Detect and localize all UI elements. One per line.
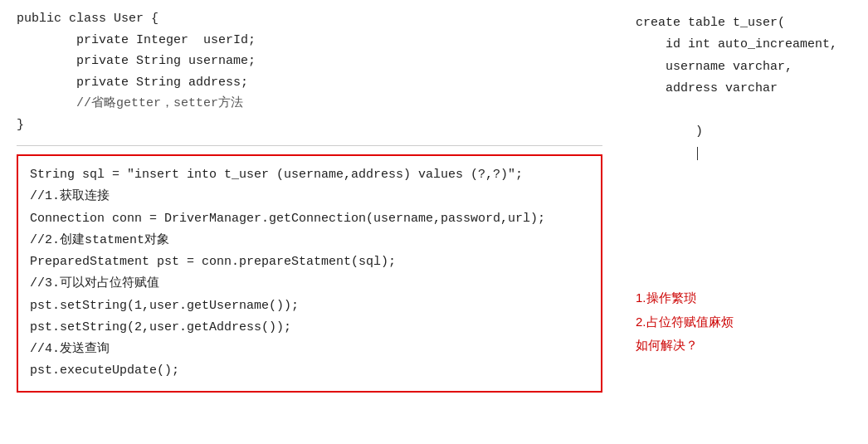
db-line-4: address varchar — [636, 78, 851, 100]
db-line-5: ) — [636, 100, 851, 187]
db-line-3: username varchar, — [636, 56, 851, 78]
code-line-4: private String address; — [17, 72, 602, 94]
highlighted-code-block: String sql = "insert into t_user (userna… — [17, 154, 602, 393]
code-line-2: private Integer userId; — [17, 30, 602, 51]
hl-line-2: //1.获取连接 — [30, 186, 589, 207]
note-line-2: 2.占位符赋值麻烦 — [636, 310, 851, 334]
hl-line-3: Connection conn = DriverManager.getConne… — [30, 208, 589, 230]
text-cursor — [697, 147, 698, 160]
code-line-3: private String username; — [17, 51, 602, 72]
right-panel: create table t_user( id int auto_incream… — [602, 8, 851, 436]
left-panel: public class User { private Integer user… — [17, 8, 602, 436]
code-line-1: public class User { — [17, 8, 602, 30]
db-line-2: id int auto_increament, — [636, 34, 851, 56]
note-line-3: 如何解决？ — [636, 334, 851, 358]
code-line-6: } — [17, 115, 602, 136]
hl-line-7: pst.setString(1,user.getUsername()); — [30, 295, 589, 317]
hl-line-9: //4.发送查询 — [30, 339, 589, 360]
hl-line-1: String sql = "insert into t_user (userna… — [30, 164, 589, 186]
note-line-1: 1.操作繁琐 — [636, 286, 851, 310]
divider — [17, 145, 602, 146]
notes-block: 1.操作繁琐 2.占位符赋值麻烦 如何解决？ — [636, 286, 851, 358]
main-container: public class User { private Integer user… — [0, 0, 868, 444]
hl-line-8: pst.setString(2,user.getAddress()); — [30, 317, 589, 339]
hl-line-6: //3.可以对占位符赋值 — [30, 273, 589, 295]
class-definition-code: public class User { private Integer user… — [17, 8, 602, 135]
code-line-5: //省略getter，setter方法 — [17, 93, 602, 115]
db-code-block: create table t_user( id int auto_incream… — [636, 12, 851, 187]
db-line-1: create table t_user( — [636, 12, 851, 34]
top-section: public class User { private Integer user… — [17, 8, 602, 142]
hl-line-5: PreparedStatment pst = conn.prepareStatm… — [30, 251, 589, 273]
hl-line-4: //2.创建statment对象 — [30, 230, 589, 251]
hl-line-10: pst.executeUpdate(); — [30, 360, 589, 382]
